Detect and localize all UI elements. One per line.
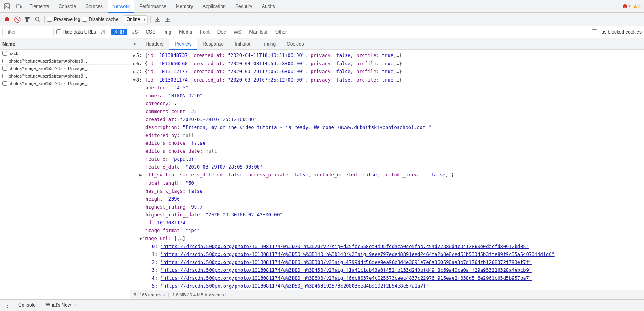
bottom-tab-console[interactable]: Console xyxy=(14,300,40,311)
tab-console[interactable]: Console xyxy=(54,0,81,13)
status-bar: 5 / 163 requests | 1.6 MB / 3.4 MB trans… xyxy=(130,290,644,299)
json-field-editors-choice-date: editors_choice_date: null xyxy=(130,147,644,155)
filter-xhr-button[interactable]: XHR xyxy=(111,29,127,35)
tab-elements[interactable]: Elements xyxy=(25,0,54,13)
svg-text:✕: ✕ xyxy=(624,5,626,8)
preserve-log-label[interactable]: Preserve log xyxy=(47,17,80,22)
list-item[interactable]: photos?feature=user&stream=photos&... xyxy=(0,57,130,65)
tab-response[interactable]: Response xyxy=(197,38,229,50)
filter-doc-button[interactable]: Doc xyxy=(215,29,229,35)
disable-cache-label[interactable]: Disable cache xyxy=(82,17,118,22)
search-button[interactable] xyxy=(33,15,42,24)
json-field-has-nsfw-tags: has_nsfw_tags: false xyxy=(130,187,644,195)
filter-img-button[interactable]: Img xyxy=(161,29,174,35)
preview-content: ▶ 5: {id: 1013848737, created_at: "2020-… xyxy=(130,50,644,290)
filter-icon-button[interactable] xyxy=(23,15,32,24)
export-har-button[interactable] xyxy=(163,15,172,24)
list-item[interactable]: track xyxy=(0,50,130,57)
filter-js-button[interactable]: JS xyxy=(129,29,140,35)
filter-css-button[interactable]: CSS xyxy=(143,29,158,35)
toggle-fill-switch[interactable]: ▶ xyxy=(139,172,142,179)
filter-media-button[interactable]: Media xyxy=(176,29,195,35)
tab-cookies[interactable]: Cookies xyxy=(281,38,309,50)
svg-rect-2 xyxy=(21,6,22,8)
list-item[interactable]: photos?image_size%5B%5D=1&image_... xyxy=(0,65,130,72)
json-field-created-at: created_at: "2020-03-29T07:25:12+00:00" xyxy=(130,116,644,123)
tab-sources[interactable]: Sources xyxy=(81,0,108,13)
filter-manifest-button[interactable]: Manifest xyxy=(247,29,270,35)
toggle-image-url[interactable]: ▼ xyxy=(139,236,142,243)
tab-memory[interactable]: Memory xyxy=(171,0,198,13)
error-count: ✕ 7 xyxy=(623,4,631,9)
json-row-8[interactable]: ▼ 8: {id: 1013081174, created_at: "2020-… xyxy=(130,76,644,84)
throttle-select[interactable]: Online xyxy=(124,15,148,23)
has-blocked-cookies-checkbox[interactable] xyxy=(592,29,597,34)
filter-font-button[interactable]: Font xyxy=(197,29,212,35)
hide-data-urls-label[interactable]: Hide data URLs xyxy=(56,29,96,35)
json-field-aperture: aperture: "4.5" xyxy=(130,84,644,92)
json-image-url-0: 0: "https://drscdn.500px.org/photo/10130… xyxy=(130,243,644,250)
list-item-checkbox[interactable] xyxy=(2,59,7,63)
toggle-8[interactable]: ▼ xyxy=(133,77,136,84)
tab-performance[interactable]: Performance xyxy=(134,0,171,13)
stop-recording-button[interactable]: 🚫 xyxy=(13,15,21,24)
json-row-5[interactable]: ▶ 5: {id: 1013848737, created_at: "2020-… xyxy=(130,51,644,60)
bottom-tab-whats-new[interactable]: What's New × xyxy=(42,300,81,311)
filter-input[interactable] xyxy=(2,28,54,36)
tab-preview[interactable]: Preview xyxy=(169,38,197,50)
whats-new-close-button[interactable]: × xyxy=(74,299,77,311)
list-item[interactable]: photos?image_size%5B%5D=1&image_... xyxy=(0,80,130,87)
list-item-checkbox[interactable] xyxy=(2,81,7,86)
record-button[interactable]: ⏺ xyxy=(2,15,11,24)
list-item-checkbox[interactable] xyxy=(2,74,7,78)
toggle-6[interactable]: ▶ xyxy=(133,61,136,68)
svg-point-8 xyxy=(36,17,39,21)
json-field-editored-by: editored_by: null xyxy=(130,131,644,139)
toggle-5[interactable]: ▶ xyxy=(133,53,136,59)
network-toolbar: ⏺ 🚫 Preserve log Disable cache Online xyxy=(0,13,644,26)
list-item-checkbox[interactable] xyxy=(2,51,7,56)
tab-application[interactable]: Application xyxy=(198,0,230,13)
filter-all-button[interactable]: All xyxy=(98,29,109,35)
preserve-log-checkbox[interactable] xyxy=(47,17,52,22)
toolbar-separator-1 xyxy=(44,16,45,23)
devtools-tab-bar: Elements Console Sources Network Perform… xyxy=(0,0,644,13)
kebab-menu-button[interactable]: ⋮ xyxy=(2,302,12,309)
json-field-highest-rating-date: highest_rating_date: "2020-03-30T06:02:4… xyxy=(130,211,644,219)
disable-cache-checkbox[interactable] xyxy=(82,17,87,22)
json-field-fill-switch[interactable]: ▶ fill_switch: {access_deleted: false, a… xyxy=(130,171,644,179)
list-item-checkbox[interactable] xyxy=(2,66,7,71)
json-row-6[interactable]: ▶ 6: {id: 1013660260, created_at: "2020-… xyxy=(130,60,644,68)
tab-headers[interactable]: Headers xyxy=(140,38,169,50)
toolbar-separator-2 xyxy=(121,16,121,23)
tab-security[interactable]: Security xyxy=(230,0,257,13)
json-field-editors-choice: editors_choice: false xyxy=(130,139,644,147)
json-row-7[interactable]: ▶ 7: {id: 1013112177, created_at: "2020-… xyxy=(130,68,644,76)
tab-timing[interactable]: Timing xyxy=(256,38,281,50)
tab-audits[interactable]: Audits xyxy=(257,0,280,13)
filter-row: Hide data URLs All XHR JS CSS Img Media … xyxy=(0,26,644,38)
import-har-button[interactable] xyxy=(153,15,162,24)
json-field-focal-length: focal_length: "50" xyxy=(130,179,644,187)
filter-other-button[interactable]: Other xyxy=(272,29,290,35)
throttle-select-wrap[interactable]: Online xyxy=(124,15,148,23)
close-detail-button[interactable]: × xyxy=(130,38,140,50)
left-panel: Name track photos?feature=user&stream=ph… xyxy=(0,38,130,299)
tab-network[interactable]: Network xyxy=(108,0,134,13)
json-field-comments-count: comments_count: 25 xyxy=(130,108,644,116)
window-status-icons: ✕ 7 ! 4 xyxy=(623,4,644,9)
svg-marker-7 xyxy=(24,17,30,22)
toggle-7[interactable]: ▶ xyxy=(133,69,136,76)
separator: | xyxy=(168,292,169,297)
svg-text:!: ! xyxy=(635,5,636,8)
json-image-url-3: 3: "https://drscdn.500px.org/photo/10130… xyxy=(130,266,644,274)
json-field-image-url[interactable]: ▼ image_url: [,…] xyxy=(130,235,644,243)
has-blocked-cookies-label[interactable]: Has blocked cookies xyxy=(592,29,642,35)
warning-count: ! 4 xyxy=(633,4,641,9)
filter-ws-button[interactable]: WS xyxy=(231,29,244,35)
json-field-description: description: "Friends, my online video t… xyxy=(130,123,644,131)
hide-data-urls-checkbox[interactable] xyxy=(56,29,61,34)
list-item[interactable]: photos?feature=user&stream=photos&... xyxy=(0,72,130,80)
json-field-feature: feature: "popular" xyxy=(130,155,644,163)
tab-initiator[interactable]: Initiator xyxy=(229,38,256,50)
